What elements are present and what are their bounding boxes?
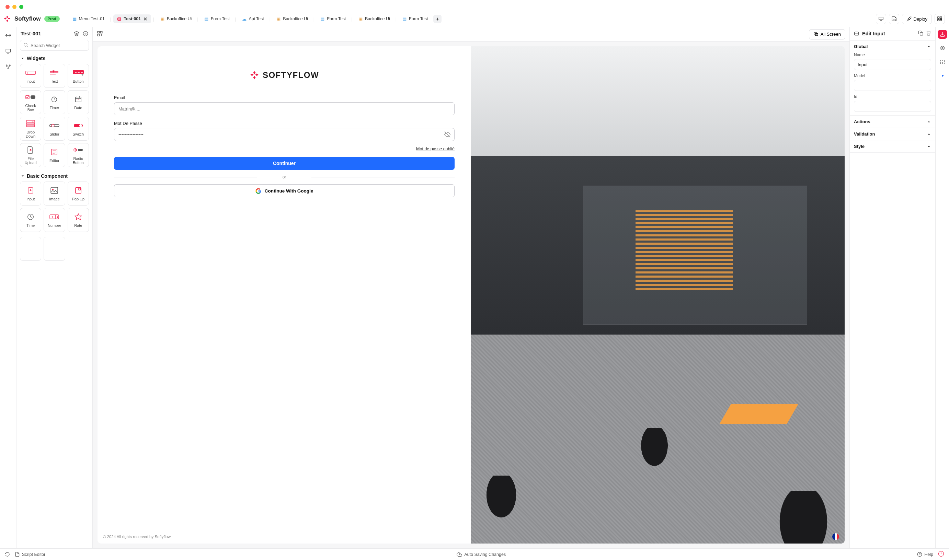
basic-number[interactable]: 1Number <box>44 208 65 232</box>
widget-editor[interactable]: Editor <box>44 143 65 167</box>
left-rail <box>0 27 17 548</box>
svg-text:ACTION: ACTION <box>75 71 83 74</box>
basic-empty-1[interactable] <box>20 237 41 261</box>
tab-menu-test-01[interactable]: ▦ Menu Test-01 <box>69 14 108 23</box>
widget-input[interactable]: Input <box>20 64 41 88</box>
form-icon <box>854 31 860 36</box>
traffic-light-close[interactable] <box>6 5 9 9</box>
copy-icon[interactable] <box>918 31 923 37</box>
cursor-click-icon <box>940 73 945 78</box>
check-circle-icon[interactable] <box>83 31 88 36</box>
prop-model-input[interactable] <box>854 80 931 91</box>
layers-icon[interactable] <box>74 31 79 36</box>
traffic-light-minimize[interactable] <box>12 5 17 9</box>
continue-button[interactable]: Continuer <box>114 157 454 170</box>
widget-date[interactable]: Date <box>68 90 89 114</box>
save-button[interactable] <box>889 14 899 24</box>
brand-badge[interactable] <box>938 551 944 558</box>
tab-backoffice-ui-2[interactable]: ▣ Backoffice Ui <box>273 14 311 23</box>
sliders-icon <box>940 59 945 65</box>
tab-form-test-2[interactable]: ▤ Form Test <box>317 14 349 23</box>
svg-point-10 <box>8 68 9 69</box>
resize-horizontal-icon <box>5 32 12 39</box>
language-flag-fr[interactable] <box>832 533 839 540</box>
password-label: Mot De Passe <box>114 121 454 126</box>
tab-test-001[interactable]: UI Test-001 ✕ <box>113 14 151 23</box>
basic-empty-2[interactable] <box>44 237 65 261</box>
grid-toggle-button[interactable] <box>935 14 945 24</box>
widget-timer[interactable]: Timer <box>44 90 65 114</box>
widget-switch[interactable]: Switch <box>68 117 89 141</box>
svg-point-25 <box>52 97 57 102</box>
prop-id-input[interactable] <box>854 101 931 112</box>
svg-text:T: T <box>53 70 54 72</box>
rail-inspect-button[interactable] <box>938 71 947 80</box>
style-section-header[interactable]: Style <box>850 140 935 153</box>
design-canvas[interactable]: SOFTYFLOW Email Mot De Passe Mot de pass… <box>97 46 844 543</box>
preview-button[interactable] <box>876 14 886 24</box>
svg-rect-54 <box>79 188 81 191</box>
basic-image[interactable]: Image <box>44 182 65 206</box>
widget-button[interactable]: ACTIONButton <box>68 64 89 88</box>
tab-add-button[interactable]: ＋ <box>433 15 442 23</box>
rail-screen-button[interactable] <box>3 46 13 56</box>
svg-point-46 <box>74 149 76 151</box>
deploy-button[interactable]: Deploy <box>902 14 932 24</box>
rail-export-button[interactable] <box>938 30 947 39</box>
search-widget-input[interactable] <box>20 40 89 51</box>
validation-section-header[interactable]: Validation <box>850 128 935 140</box>
undo-button[interactable] <box>5 552 10 557</box>
global-section-header[interactable]: Global <box>854 44 931 49</box>
actions-section-header[interactable]: Actions <box>850 115 935 128</box>
widget-slider[interactable]: Slider <box>44 117 65 141</box>
basic-input[interactable]: Input <box>20 182 41 206</box>
basic-rate[interactable]: Rate <box>68 208 89 232</box>
forgot-password-link[interactable]: Mot de passe oublié <box>114 146 454 151</box>
tab-form-test-1[interactable]: ▤ Form Test <box>200 14 233 23</box>
password-input[interactable] <box>114 128 454 141</box>
tab-label: Api Test <box>249 17 264 21</box>
env-badge: Prod <box>44 16 60 22</box>
help-button[interactable]: Help <box>917 552 933 557</box>
rail-tree-button[interactable] <box>3 62 13 72</box>
basic-popup[interactable]: Pop Up <box>68 182 89 206</box>
properties-panel: Edit Input Global Name Model Id Actions <box>849 27 935 548</box>
widget-radio[interactable]: Radio Button <box>68 143 89 167</box>
svg-point-52 <box>52 189 54 190</box>
basic-time[interactable]: Time <box>20 208 41 232</box>
brand-circle-icon <box>938 551 944 557</box>
rail-resize-button[interactable] <box>3 31 13 40</box>
rail-preview-button[interactable] <box>938 43 947 52</box>
svg-rect-51 <box>51 187 58 194</box>
script-editor-button[interactable]: Script Editor <box>15 552 45 557</box>
screens-icon <box>813 32 818 37</box>
tab-api-test[interactable]: ☁ Api Test <box>239 14 268 23</box>
widget-text[interactable]: TText <box>44 64 65 88</box>
email-input[interactable] <box>114 102 454 115</box>
widget-checkbox[interactable]: Check Box <box>20 90 41 114</box>
google-signin-button[interactable]: Continue With Google <box>114 184 454 197</box>
tab-strip: ▦ Menu Test-01 | UI Test-001 ✕ | ▣ Backo… <box>69 14 872 23</box>
chevron-down-icon <box>21 174 25 178</box>
close-icon[interactable]: ✕ <box>143 17 148 21</box>
widgets-section-header[interactable]: Widgets <box>17 54 92 64</box>
tab-backoffice-ui-3[interactable]: ▣ Backoffice Ui <box>355 14 393 23</box>
tab-backoffice-ui-1[interactable]: ▣ Backoffice Ui <box>157 14 196 23</box>
basic-section-header[interactable]: Basic Component <box>17 172 92 182</box>
tree-icon <box>5 64 11 70</box>
app-name: Softyflow <box>14 15 41 22</box>
widget-dropdown[interactable]: Drop Down <box>20 117 41 141</box>
traffic-light-zoom[interactable] <box>19 5 23 9</box>
eye-off-icon[interactable] <box>444 131 450 138</box>
database-icon: ▤ <box>320 17 325 21</box>
prop-name-input[interactable] <box>854 59 931 70</box>
widget-file-upload[interactable]: File Upload <box>20 143 41 167</box>
rail-settings-button[interactable] <box>938 57 947 66</box>
add-component-button[interactable] <box>97 31 103 38</box>
help-icon <box>917 552 922 557</box>
trash-icon[interactable] <box>926 31 931 37</box>
all-screen-button[interactable]: All Screen <box>809 29 845 40</box>
tab-form-test-3[interactable]: ▤ Form Test <box>399 14 431 23</box>
svg-marker-11 <box>74 31 79 34</box>
or-separator: or <box>114 175 454 180</box>
